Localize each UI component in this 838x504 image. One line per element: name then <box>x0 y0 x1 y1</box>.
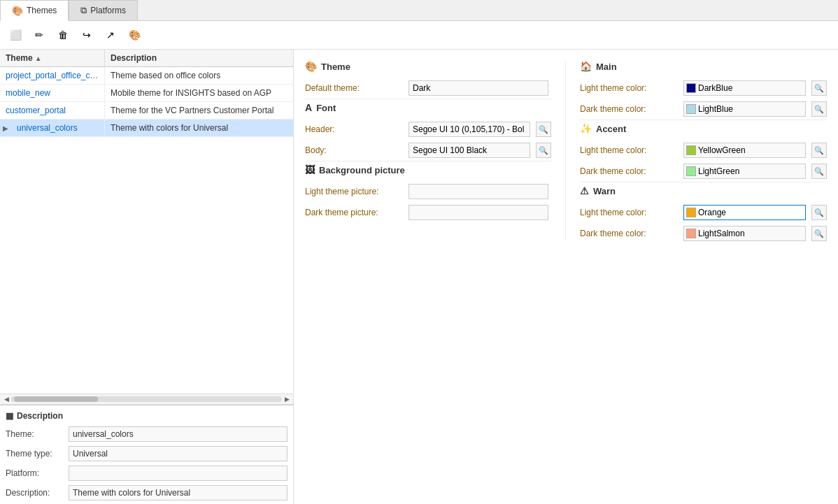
theme-button[interactable]: 🎨 <box>125 25 144 45</box>
col-header-theme[interactable]: Theme ▲ <box>0 50 105 66</box>
main-light-search-btn[interactable]: 🔍 <box>811 80 827 96</box>
main-dark-color-input[interactable] <box>698 104 803 114</box>
background-section-icon: 🖼 <box>305 164 315 175</box>
left-panel: Theme ▲ Description project_portal_offic… <box>0 50 294 504</box>
accent-light-color-wrap <box>683 143 806 158</box>
tab-themes[interactable]: 🎨 Themes <box>0 0 69 21</box>
accent-dark-row: Dark theme color: 🔍 <box>580 164 827 179</box>
dark-bg-input[interactable] <box>409 205 548 220</box>
warn-light-row: Light theme color: 🔍 <box>580 205 827 220</box>
platforms-tab-icon: ⧉ <box>80 5 87 16</box>
default-theme-input[interactable] <box>409 80 548 96</box>
description-panel: ▦ Description Theme: Theme type: Platfor… <box>0 405 293 504</box>
table-header: Theme ▲ Description <box>0 50 293 67</box>
dark-bg-label: Dark theme picture: <box>305 208 403 217</box>
edit-button[interactable]: ✏ <box>29 25 49 45</box>
import-button[interactable]: ↪ <box>77 25 97 45</box>
accent-section: ✨ Accent Light theme color: 🔍 Dark theme… <box>580 123 827 179</box>
warn-section-icon: ⚠ <box>580 185 589 196</box>
table-row[interactable]: mobile_new Mobile theme for INSIGHTS bas… <box>0 85 293 102</box>
accent-dark-search-btn[interactable]: 🔍 <box>811 164 827 179</box>
default-theme-row: Default theme: <box>305 80 551 96</box>
main-section-title: 🏠 Main <box>580 61 827 72</box>
table-row-selected[interactable]: ▶ universal_colors Theme with colors for… <box>0 120 293 137</box>
light-bg-input[interactable] <box>409 184 548 199</box>
header-font-label: Header: <box>305 124 403 134</box>
table-body: project_portal_office_colors Theme based… <box>0 67 293 394</box>
background-section: 🖼 Background picture Light theme picture… <box>305 164 551 220</box>
dark-bg-row: Dark theme picture: <box>305 205 551 220</box>
accent-light-label: Light theme color: <box>580 145 678 155</box>
tab-bar: 🎨 Themes ⧉ Platforms <box>0 0 838 21</box>
tab-platforms[interactable]: ⧉ Platforms <box>69 0 138 20</box>
scroll-track[interactable] <box>11 396 282 402</box>
right-panel: 🎨 Theme Default theme: A Font <box>294 50 838 504</box>
header-font-input[interactable] <box>409 122 530 137</box>
cell-theme-3: customer_portal <box>0 102 105 119</box>
delete-button[interactable]: 🗑 <box>53 25 73 45</box>
main-light-color-input[interactable] <box>698 83 803 93</box>
sort-icon-theme: ▲ <box>35 55 42 62</box>
main-section-icon: 🏠 <box>580 61 592 72</box>
desc-row-theme: Theme: <box>6 426 287 442</box>
export-button[interactable]: ↗ <box>101 25 120 45</box>
desc-label-platform: Platform: <box>6 468 69 478</box>
horizontal-scrollbar[interactable]: ◀ ▶ <box>0 394 293 405</box>
col-header-description[interactable]: Description <box>105 50 293 66</box>
warn-dark-row: Dark theme color: 🔍 <box>580 226 827 241</box>
main-light-swatch <box>686 83 696 93</box>
desc-row-description: Description: <box>6 485 287 501</box>
desc-label-theme: Theme: <box>6 429 69 439</box>
light-bg-row: Light theme picture: <box>305 184 551 199</box>
row-expand-arrow: ▶ <box>0 120 11 136</box>
warn-dark-swatch <box>686 229 696 238</box>
light-bg-label: Light theme picture: <box>305 187 403 196</box>
theme-section-icon: 🎨 <box>305 61 317 72</box>
header-font-search-btn[interactable]: 🔍 <box>536 122 551 137</box>
desc-input-theme[interactable] <box>69 426 287 442</box>
main-light-row: Light theme color: 🔍 <box>580 80 827 96</box>
warn-light-search-btn[interactable]: 🔍 <box>811 205 827 220</box>
scroll-left-arrow[interactable]: ◀ <box>1 394 11 404</box>
warn-dark-color-input[interactable] <box>698 229 803 238</box>
accent-dark-swatch <box>686 166 696 176</box>
theme-section-title: 🎨 Theme <box>305 61 551 72</box>
warn-dark-label: Dark theme color: <box>580 229 678 238</box>
scroll-right-arrow[interactable]: ▶ <box>282 394 292 404</box>
warn-light-color-input[interactable] <box>698 208 803 217</box>
main-dark-swatch <box>686 104 696 114</box>
body-font-row: Body: 🔍 <box>305 143 551 158</box>
accent-light-color-input[interactable] <box>698 145 803 155</box>
theme-section: 🎨 Theme Default theme: <box>305 61 551 96</box>
main-dark-search-btn[interactable]: 🔍 <box>811 101 827 117</box>
accent-light-row: Light theme color: 🔍 <box>580 143 827 158</box>
new-button[interactable]: ⬜ <box>6 25 25 45</box>
main-light-color-wrap <box>683 80 806 96</box>
body-font-search-btn[interactable]: 🔍 <box>536 143 551 158</box>
detail-left-col: 🎨 Theme Default theme: A Font <box>305 61 566 241</box>
main-section: 🏠 Main Light theme color: 🔍 Dark theme c… <box>580 61 827 117</box>
main-dark-row: Dark theme color: 🔍 <box>580 101 827 117</box>
desc-input-description[interactable] <box>69 485 287 501</box>
body-font-input[interactable] <box>409 143 530 158</box>
table-row[interactable]: project_portal_office_colors Theme based… <box>0 67 293 85</box>
cell-desc-3: Theme for the VC Partners Customer Porta… <box>105 102 293 119</box>
cell-theme-1: project_portal_office_colors <box>0 67 105 84</box>
warn-dark-search-btn[interactable]: 🔍 <box>811 226 827 241</box>
scroll-thumb[interactable] <box>14 396 98 402</box>
cell-desc-2: Mobile theme for INSIGHTS based on AGP <box>105 85 293 101</box>
accent-dark-color-input[interactable] <box>698 166 803 176</box>
warn-light-swatch <box>686 208 696 217</box>
warn-light-label: Light theme color: <box>580 208 678 217</box>
table-row[interactable]: customer_portal Theme for the VC Partner… <box>0 102 293 120</box>
accent-dark-color-wrap <box>683 164 806 179</box>
detail-right-col: 🏠 Main Light theme color: 🔍 Dark theme c… <box>566 61 827 241</box>
accent-light-search-btn[interactable]: 🔍 <box>811 143 827 158</box>
desc-label-theme-type: Theme type: <box>6 449 69 459</box>
desc-row-theme-type: Theme type: <box>6 446 287 461</box>
desc-input-theme-type[interactable] <box>69 446 287 461</box>
desc-input-platform[interactable] <box>69 466 287 481</box>
body-font-label: Body: <box>305 145 403 155</box>
desc-panel-title: Description <box>17 411 63 421</box>
font-section-icon: A <box>305 102 312 113</box>
